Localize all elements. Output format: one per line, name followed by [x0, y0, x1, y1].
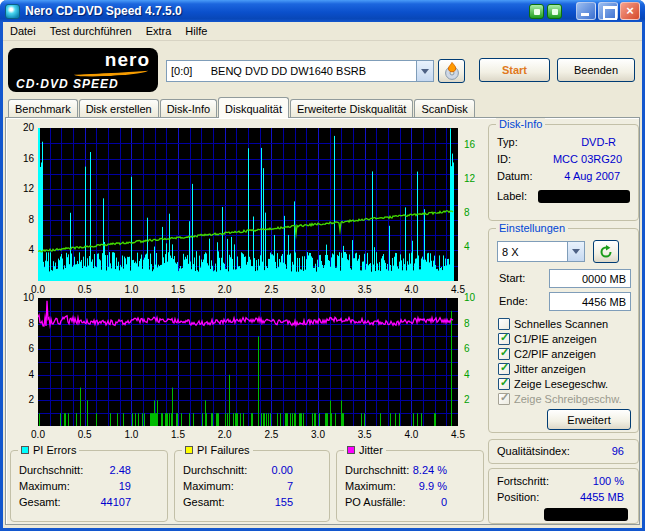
axis-tick-label: 3.5: [355, 429, 375, 440]
checkbox-icon[interactable]: [498, 318, 510, 330]
speed-select-value: 8 X: [498, 246, 567, 258]
axis-tick-label: 1.0: [121, 284, 141, 295]
tab-benchmark[interactable]: Benchmark: [8, 99, 78, 118]
progress-value: 100 %: [593, 475, 624, 487]
axis-tick-label: 0.5: [75, 284, 95, 295]
checkbox-label: Schnelles Scannen: [514, 318, 608, 330]
axis-tick-label: 16: [464, 139, 475, 150]
checkbox-icon[interactable]: [498, 378, 510, 390]
top-chart-left-axis: 20161284: [8, 128, 36, 281]
close-button[interactable]: ×: [620, 2, 640, 20]
start-field-label: Start:: [499, 272, 525, 284]
window-body: Datei Test durchführen Extra Hilfe nero …: [3, 22, 642, 528]
stat-value: 0.00: [272, 464, 293, 476]
axis-tick-label: 12: [464, 173, 475, 184]
refresh-button[interactable]: [593, 240, 619, 263]
advanced-button[interactable]: Erweitert: [547, 409, 631, 430]
position-label: Position:: [497, 491, 580, 503]
maximize-button[interactable]: [598, 2, 618, 20]
stat-label: Durchschnitt:: [183, 464, 272, 476]
axis-tick-label: 4: [464, 241, 470, 252]
tab-diskqualitaet[interactable]: Diskqualität: [218, 97, 289, 118]
checkbox-lesegeschw[interactable]: Zeige Lesegeschw.: [498, 377, 622, 390]
tab-disk-info[interactable]: Disk-Info: [160, 99, 217, 118]
axis-tick-label: 10: [464, 292, 475, 303]
axis-tick-label: 2.5: [261, 284, 281, 295]
progress-row: Fortschritt: 100 %: [497, 474, 630, 488]
position-row: Position: 4455 MB: [497, 490, 630, 504]
axis-tick-label: 0.5: [75, 429, 95, 440]
tab-scandisk[interactable]: ScanDisk: [414, 99, 474, 118]
chevron-down-icon[interactable]: [567, 242, 584, 261]
titlebar-chart-icon[interactable]: [547, 4, 562, 19]
axis-tick-label: 16: [23, 153, 34, 164]
pi-failures-group-title: PI Failures: [182, 444, 253, 456]
jitter-group-title: Jitter: [344, 444, 386, 456]
checkbox-stack: Schnelles Scannen C1/PIE anzeigen C2/PIF…: [498, 317, 622, 405]
axis-tick-label: 2.5: [261, 429, 281, 440]
disk-info-group: Disk-Info Typ: DVD-R ID: MCC 03RG20 Datu…: [488, 124, 639, 221]
checkbox-icon[interactable]: [498, 333, 510, 345]
pi-errors-legend-icon: [21, 446, 29, 454]
checkbox-c1-pie[interactable]: C1/PIE anzeigen: [498, 332, 622, 345]
menu-datei[interactable]: Datei: [3, 23, 43, 39]
checkbox-icon[interactable]: [498, 348, 510, 360]
menu-extra[interactable]: Extra: [139, 23, 179, 39]
axis-tick-label: 3.0: [308, 429, 328, 440]
axis-tick-label: 8: [464, 318, 470, 329]
pi-failures-title-text: PI Failures: [197, 444, 250, 456]
start-button[interactable]: Start: [479, 58, 550, 82]
tab-erweiterte-diskqualitaet[interactable]: Erweiterte Diskqualität: [290, 99, 413, 118]
axis-tick-label: 1.0: [121, 429, 141, 440]
app-icon: [5, 4, 20, 19]
stat-value: 155: [275, 496, 293, 508]
checkbox-jitter[interactable]: Jitter anzeigen: [498, 362, 622, 375]
axis-tick-label: 20: [23, 122, 34, 133]
chevron-down-icon[interactable]: [416, 61, 433, 81]
checkbox-icon: [498, 393, 510, 405]
refresh-icon: [599, 245, 613, 259]
checkbox-label: Zeige Lesegeschw.: [514, 378, 608, 390]
start-field[interactable]: 0000 MB: [549, 269, 631, 288]
disk-info-value: MCC 03RG20: [553, 153, 622, 165]
menu-bar: Datei Test durchführen Extra Hilfe: [3, 22, 642, 41]
title-bar[interactable]: Nero CD-DVD Speed 4.7.5.0 ×: [0, 0, 645, 22]
tab-disk-erstellen[interactable]: Disk erstellen: [79, 99, 159, 118]
stat-label: PO Ausfälle:: [345, 496, 441, 508]
menu-test-durchfuehren[interactable]: Test durchführen: [43, 23, 139, 39]
disk-info-row-typ: Typ: DVD-R: [497, 135, 630, 149]
axis-tick-label: 4: [464, 369, 470, 380]
titlebar-disc-icon[interactable]: [529, 4, 544, 19]
checkbox-c2-pif[interactable]: C2/PIF anzeigen: [498, 347, 622, 360]
progress-label: Fortschritt:: [497, 475, 593, 487]
disk-info-title: Disk-Info: [496, 118, 545, 130]
end-field[interactable]: 4456 MB: [549, 292, 631, 311]
stat-label: Gesamt:: [183, 496, 275, 508]
settings-group: Einstellungen 8 X Start: 0000 MB Ende:: [488, 228, 639, 433]
logo-product-text: CD·DVD SPEED: [16, 77, 150, 91]
burn-speed-button[interactable]: [438, 59, 465, 83]
checkbox-icon[interactable]: [498, 363, 510, 375]
quality-index-label: Qualitätsindex:: [497, 445, 612, 457]
quit-button[interactable]: Beenden: [557, 58, 635, 82]
app-window: Nero CD-DVD Speed 4.7.5.0 × Datei Test d…: [0, 0, 645, 531]
checkbox-label: Jitter anzeigen: [514, 363, 586, 375]
disk-info-label: Label:: [497, 190, 538, 202]
drive-select[interactable]: [0:0] BENQ DVD DD DW1640 BSRB: [166, 60, 434, 82]
axis-tick-label: 12: [23, 183, 34, 194]
axis-tick-label: 1.5: [168, 429, 188, 440]
bottom-chart-left-axis: 108642: [8, 298, 36, 426]
bottom-chart-right-axis: 108642: [460, 298, 488, 426]
axis-tick-label: 3.0: [308, 284, 328, 295]
bottom-chart-x-axis: 0.00.51.01.52.02.53.03.54.04.5: [38, 429, 458, 441]
axis-tick-label: 6: [464, 343, 470, 354]
menu-hilfe[interactable]: Hilfe: [178, 23, 214, 39]
pi-errors-group: PI Errors Durchschnitt:2.48 Maximum:19 G…: [10, 450, 168, 522]
axis-tick-label: 2: [464, 394, 470, 405]
drive-select-value: [0:0] BENQ DVD DD DW1640 BSRB: [167, 65, 416, 77]
checkbox-schnelles-scannen[interactable]: Schnelles Scannen: [498, 317, 622, 330]
minimize-button[interactable]: [576, 2, 596, 20]
speed-select[interactable]: 8 X: [497, 241, 585, 262]
checkbox-label: C1/PIE anzeigen: [514, 333, 597, 345]
disk-info-value: 4 Aug 2007: [564, 170, 620, 182]
